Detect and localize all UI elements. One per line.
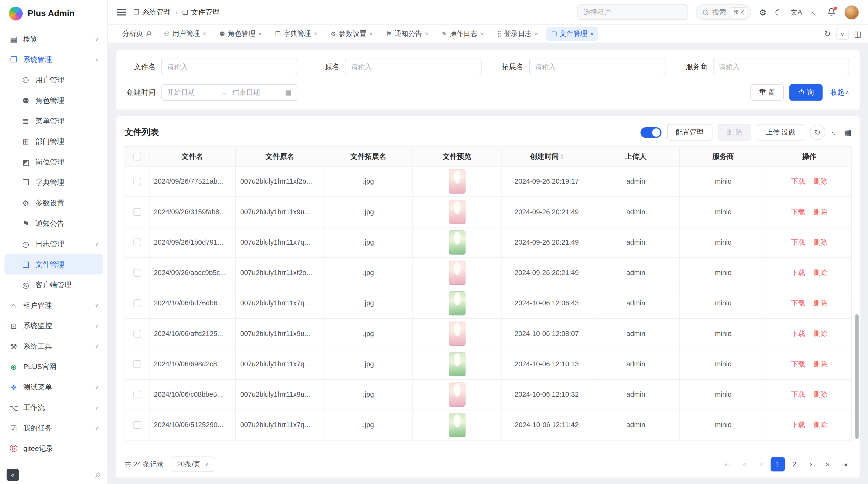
sidebar-item[interactable]: ◴ 日志管理 ∨ xyxy=(4,233,103,254)
tab-close-icon[interactable]: × xyxy=(203,30,207,37)
download-link[interactable]: 下载 xyxy=(791,329,805,337)
row-checkbox[interactable] xyxy=(133,178,141,186)
sidebar-item[interactable]: ◎ 客户端管理 xyxy=(4,275,103,295)
delete-link[interactable]: 删除 xyxy=(813,360,827,367)
sidebar-item[interactable]: ⚑ 通知公告 xyxy=(4,213,103,233)
breadcrumb-item[interactable]: ❐ 系统管理 xyxy=(133,7,171,17)
delete-link[interactable]: 删除 xyxy=(813,299,827,307)
sidebar-item[interactable]: ❒ 字典管理 xyxy=(4,172,103,193)
tab[interactable]: ❒ 字典管理 ⚲ × xyxy=(270,27,322,40)
download-link[interactable]: 下载 xyxy=(791,238,805,246)
row-checkbox[interactable] xyxy=(133,238,141,246)
sidebar-item[interactable]: ◩ 岗位管理 xyxy=(4,152,103,172)
tab-close-icon[interactable]: × xyxy=(314,30,317,37)
user-avatar[interactable] xyxy=(844,5,859,20)
tab-close-icon[interactable]: × xyxy=(369,30,373,37)
global-search-button[interactable]: 搜索 ⌘ K xyxy=(696,4,751,20)
delete-link[interactable]: 删除 xyxy=(813,329,827,337)
row-checkbox[interactable] xyxy=(133,330,141,338)
delete-button[interactable]: 删 除 xyxy=(718,124,751,140)
file-preview-thumbnail[interactable] xyxy=(449,261,465,285)
reset-button[interactable]: 重 置 xyxy=(750,84,784,101)
tab[interactable]: 分析页 ⚲ × xyxy=(115,27,156,40)
file-preview-thumbnail[interactable] xyxy=(449,200,465,224)
search-button[interactable]: 查 询 xyxy=(789,84,823,101)
delete-link[interactable]: 删除 xyxy=(813,269,827,277)
translate-icon[interactable]: 文A xyxy=(790,9,802,16)
filter-field-input[interactable] xyxy=(713,59,849,75)
tab-close-icon[interactable]: × xyxy=(425,30,429,37)
select-all-checkbox[interactable] xyxy=(133,153,141,161)
sidebar-item[interactable]: ⌥ 工作流 ∨ xyxy=(4,397,103,418)
page-number-button[interactable]: 1 xyxy=(771,457,785,472)
breadcrumb-item[interactable]: ❏ 文件管理 xyxy=(182,7,220,17)
sidebar-item[interactable]: ≣ 菜单管理 xyxy=(4,110,103,131)
page-size-select[interactable]: 20条/页 ∨ xyxy=(172,456,214,472)
tab[interactable]: ⚑ 通知公告 ⚲ × xyxy=(381,27,434,40)
sidebar-item[interactable]: ⚇ 用户管理 xyxy=(4,70,103,90)
row-checkbox[interactable] xyxy=(133,208,141,216)
config-manage-button[interactable]: 配置管理 xyxy=(667,124,712,140)
tab-close-icon[interactable]: × xyxy=(590,30,594,37)
row-checkbox[interactable] xyxy=(133,269,141,277)
tenant-select[interactable] xyxy=(577,4,688,20)
last-page-button[interactable]: ⇥ xyxy=(837,457,851,472)
file-preview-thumbnail[interactable] xyxy=(449,322,465,346)
sidebar-item[interactable]: Ⓖ gitee记录 xyxy=(4,438,103,459)
download-link[interactable]: 下载 xyxy=(791,208,805,216)
tab[interactable]: ✎ 操作日志 ⚲ × xyxy=(437,27,489,40)
upload-button[interactable]: 上传 没做 xyxy=(757,124,804,140)
table-scrollbar[interactable] xyxy=(855,314,859,439)
page-number-button[interactable]: 2 xyxy=(787,457,802,472)
sidebar-item[interactable]: ▤ 概览 ∨ xyxy=(4,29,103,49)
sidebar-item[interactable]: ❐ 系统管理 ∧ xyxy=(4,49,103,70)
file-preview-thumbnail[interactable] xyxy=(449,169,465,194)
sidebar-item[interactable]: ⚉ 角色管理 xyxy=(4,90,103,110)
tab[interactable]: ⚉ 角色管理 ⚲ × xyxy=(215,27,267,40)
download-link[interactable]: 下载 xyxy=(791,360,805,367)
prev-group-button[interactable]: « xyxy=(737,457,752,472)
date-range-picker[interactable]: 开始日期 → 结束日期 ▦ xyxy=(161,84,297,101)
next-page-button[interactable]: › xyxy=(804,457,818,472)
row-checkbox[interactable] xyxy=(133,421,141,429)
notifications-bell-icon[interactable] xyxy=(827,8,836,17)
download-link[interactable]: 下载 xyxy=(791,390,805,398)
file-preview-thumbnail[interactable] xyxy=(449,382,465,407)
sidebar-item[interactable]: ⊡ 系统监控 ∨ xyxy=(4,316,103,336)
sidebar-item[interactable]: ⊕ PLUS官网 xyxy=(4,356,103,377)
download-link[interactable]: 下载 xyxy=(791,269,805,277)
layout-panels-icon[interactable]: ◫ xyxy=(854,29,861,38)
tab[interactable]: ⚇ 用户管理 ⚲ × xyxy=(159,27,212,40)
delete-link[interactable]: 删除 xyxy=(813,390,827,398)
tab[interactable]: ⣿ 登录日志 ⚲ × xyxy=(492,27,543,40)
download-link[interactable]: 下载 xyxy=(791,178,805,185)
next-group-button[interactable]: » xyxy=(820,457,835,472)
delete-link[interactable]: 删除 xyxy=(813,208,827,216)
delete-link[interactable]: 删除 xyxy=(813,178,827,185)
menu-toggle-button[interactable] xyxy=(117,9,126,16)
fullscreen-icon[interactable]: ↔ xyxy=(809,6,820,18)
collapse-sidebar-button[interactable]: « xyxy=(7,469,19,481)
sidebar-item[interactable]: ❏ 文件管理 xyxy=(4,254,103,275)
sidebar-item[interactable]: ⚒ 系统工具 ∨ xyxy=(4,336,103,356)
collapse-filters-link[interactable]: 收起 ∧ xyxy=(831,88,849,97)
tab-options-chevron-icon[interactable]: ∨ xyxy=(836,28,849,40)
tab-close-icon[interactable]: × xyxy=(534,30,538,37)
first-page-button[interactable]: ⇤ xyxy=(721,457,735,472)
delete-link[interactable]: 删除 xyxy=(813,421,827,428)
tab[interactable]: ❏ 文件管理 ⚲ × xyxy=(546,27,599,40)
file-preview-thumbnail[interactable] xyxy=(449,291,465,316)
sidebar-pin-icon[interactable]: ⚲ xyxy=(93,470,103,480)
fullscreen-icon[interactable]: ↔ xyxy=(829,126,840,138)
refresh-icon[interactable]: ↻ xyxy=(810,125,825,140)
filter-field-input[interactable] xyxy=(345,59,481,75)
settings-gear-icon[interactable]: ⚙ xyxy=(759,8,767,16)
sidebar-item[interactable]: ⊞ 部门管理 xyxy=(4,131,103,152)
refresh-icon[interactable]: ↻ xyxy=(824,29,831,38)
filter-field-input[interactable] xyxy=(161,59,297,75)
dark-mode-moon-icon[interactable]: ☾ xyxy=(775,8,782,16)
sort-control[interactable]: ▴▾ xyxy=(561,153,563,160)
file-preview-thumbnail[interactable] xyxy=(449,413,465,437)
delete-link[interactable]: 删除 xyxy=(813,238,827,246)
row-checkbox[interactable] xyxy=(133,391,141,399)
